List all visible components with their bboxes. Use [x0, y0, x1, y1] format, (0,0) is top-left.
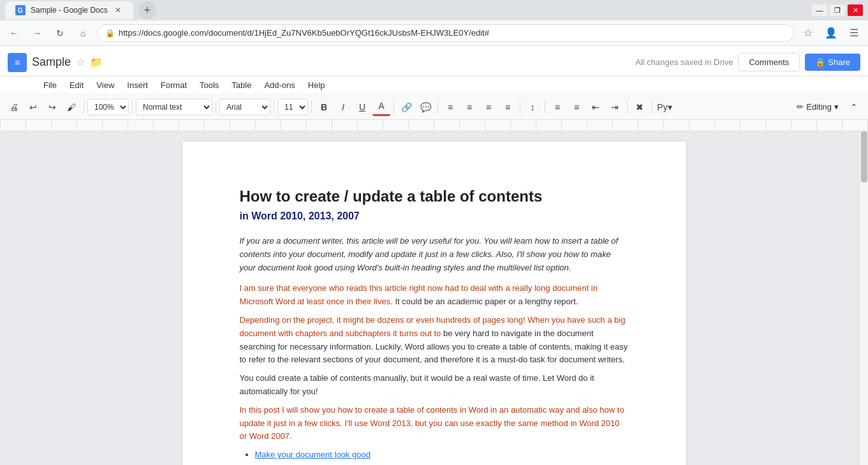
link-make-document[interactable]: Make your document look good [255, 450, 371, 459]
editing-mode-selector[interactable]: ✏ Editing ▾ [791, 102, 844, 112]
body-para-2: Depending on the project, it might be do… [240, 314, 629, 367]
menu-addons[interactable]: Add-ons [259, 78, 300, 92]
italic-button[interactable]: I [334, 98, 352, 116]
para1-blue: It could be an academic paper or a lengt… [395, 297, 578, 306]
collapse-toolbar-button[interactable]: ⌃ [845, 98, 863, 116]
align-justify-button[interactable]: ≡ [499, 98, 517, 116]
increase-indent-button[interactable]: ⇥ [606, 98, 624, 116]
menu-tools[interactable]: Tools [195, 78, 224, 92]
zoom-select[interactable]: 100% [87, 99, 129, 115]
text-color-button[interactable]: A [372, 98, 390, 116]
address-bar[interactable]: 🔒 https://docs.google.com/document/d/1Hj… [97, 24, 794, 42]
browser-tab[interactable]: G Sample - Google Docs ✕ [5, 1, 133, 19]
minimize-button[interactable]: — [812, 4, 827, 16]
align-left-button[interactable]: ≡ [441, 98, 459, 116]
input-tools-button[interactable]: Py▾ [656, 98, 673, 116]
formatting-toolbar: 🖨 ↩ ↪ 🖌 100% Normal text Heading 1 Headi… [0, 94, 868, 120]
home-button[interactable]: ⌂ [74, 24, 92, 42]
list-item: Heading Styles [270, 462, 629, 465]
menu-edit[interactable]: Edit [64, 78, 89, 92]
menu-file[interactable]: File [38, 78, 62, 92]
divider-7 [438, 101, 438, 114]
divider-2 [132, 101, 133, 114]
divider-3 [216, 101, 216, 114]
docs-logo-icon: ≡ [8, 53, 27, 72]
underline-button[interactable]: U [353, 98, 371, 116]
divider-9 [545, 101, 545, 114]
toc-list: Make your document look good Heading Sty… [255, 448, 629, 465]
paint-format-button[interactable]: 🖌 [63, 98, 80, 116]
print-button[interactable]: 🖨 [5, 98, 23, 116]
close-button[interactable]: ✕ [848, 4, 863, 16]
decrease-indent-button[interactable]: ⇤ [587, 98, 605, 116]
bold-button[interactable]: B [315, 98, 333, 116]
redo-button[interactable]: ↪ [43, 98, 61, 116]
comments-button[interactable]: Comments [738, 53, 800, 71]
document-body: If you are a document writer, this artic… [240, 235, 629, 465]
insert-link-button[interactable]: 🔗 [397, 98, 415, 116]
numbered-list-button[interactable]: ≡ [548, 98, 566, 116]
align-right-button[interactable]: ≡ [480, 98, 497, 116]
refresh-button[interactable]: ↻ [51, 24, 69, 42]
insert-comment-button[interactable]: 💬 [416, 98, 434, 116]
bookmark-icon[interactable]: ☆ [799, 24, 817, 42]
undo-button[interactable]: ↩ [24, 98, 42, 116]
document-page: How to create / update a table of conten… [182, 142, 686, 465]
docs-header: ≡ Sample ☆ 📁 All changes saved in Drive … [0, 46, 868, 77]
clear-formatting-button[interactable]: ✖ [631, 98, 649, 116]
body-para-4: In this post I will show you how to crea… [240, 404, 629, 443]
body-para-3: You could create a table of contents man… [240, 372, 629, 399]
url-text: https://docs.google.com/document/d/1HjEd… [119, 28, 786, 38]
line-spacing-button[interactable]: ↕ [524, 98, 541, 116]
body-para-1: I am sure that everyone who reads this a… [240, 282, 629, 309]
browser-addressbar: ← → ↻ ⌂ 🔒 https://docs.google.com/docume… [0, 20, 868, 46]
window-controls: — ❐ ✕ [812, 4, 863, 16]
divider-4 [274, 101, 274, 114]
ruler-content [0, 120, 868, 131]
scrollbar-thumb[interactable] [861, 131, 867, 182]
ruler [0, 120, 868, 131]
autosave-status: All changes saved in Drive [635, 57, 733, 67]
browser-menu-icon[interactable]: ☰ [845, 24, 863, 42]
share-button[interactable]: 🔒 Share [805, 54, 860, 71]
pencil-icon: ✏ [797, 102, 804, 112]
intro-paragraph: If you are a document writer, this artic… [240, 235, 629, 274]
para3-normal: You could create a table of contents man… [240, 373, 594, 396]
folder-doc-icon[interactable]: 📁 [90, 56, 103, 68]
editing-mode-label: Editing [806, 102, 832, 112]
star-doc-icon[interactable]: ☆ [76, 56, 85, 68]
menu-help[interactable]: Help [303, 78, 330, 92]
tab-close-icon[interactable]: ✕ [113, 5, 123, 15]
doc-title: Sample [32, 55, 71, 69]
restore-button[interactable]: ❐ [830, 4, 845, 16]
editing-mode-chevron: ▾ [834, 102, 839, 112]
menu-table[interactable]: Table [226, 78, 256, 92]
tab-favicon-icon: G [15, 5, 26, 15]
docs-menubar: File Edit View Insert Format Tools Table… [0, 77, 868, 94]
list-item: Make your document look good Heading Sty… [255, 448, 629, 465]
divider-8 [520, 101, 520, 114]
document-title: How to create / update a table of conten… [240, 188, 629, 205]
lock-share-icon: 🔒 [815, 57, 825, 67]
forward-button[interactable]: → [28, 24, 46, 42]
browser-titlebar: G Sample - Google Docs ✕ + — ❐ ✕ [0, 0, 868, 20]
scrollbar-track[interactable] [860, 131, 868, 465]
tab-title: Sample - Google Docs [31, 6, 108, 15]
bulleted-list-button[interactable]: ≡ [568, 98, 585, 116]
docs-main-area[interactable]: How to create / update a table of conten… [0, 131, 868, 465]
divider-5 [311, 101, 312, 114]
history-icon[interactable]: 👤 [822, 24, 840, 42]
share-label: Share [828, 57, 850, 67]
divider-6 [394, 101, 394, 114]
paragraph-style-select[interactable]: Normal text Heading 1 Heading 2 Heading … [136, 99, 212, 115]
font-select[interactable]: Arial [219, 99, 270, 115]
menu-format[interactable]: Format [156, 78, 192, 92]
back-button[interactable]: ← [5, 24, 23, 42]
align-center-button[interactable]: ≡ [460, 98, 478, 116]
menu-view[interactable]: View [91, 78, 119, 92]
new-tab-button[interactable]: + [138, 1, 156, 19]
font-size-select[interactable]: 11 10 12 14 [277, 99, 308, 115]
menu-insert[interactable]: Insert [122, 78, 153, 92]
header-actions: All changes saved in Drive Comments 🔒 Sh… [635, 53, 860, 71]
lock-icon: 🔒 [105, 29, 115, 38]
